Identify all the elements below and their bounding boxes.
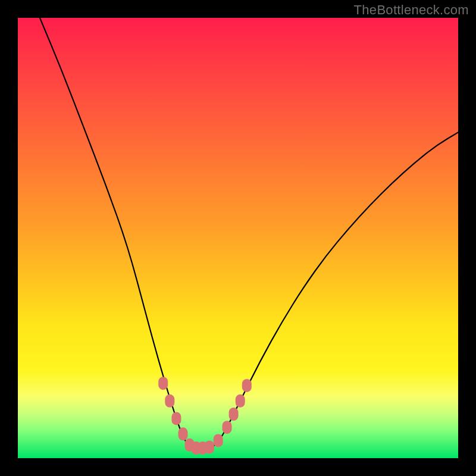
watermark-text: TheBottleneck.com [354,2,469,18]
curve-marker [223,421,232,434]
curve-marker [229,408,239,421]
curve-marker [214,434,223,447]
curve-marker [205,441,214,454]
chart-frame: TheBottleneck.com [0,0,476,476]
curve-marker [158,377,168,390]
plot-area [18,18,458,458]
curve-marker [165,394,174,408]
curve-marker [242,379,252,392]
curve-marker [171,412,181,425]
curve-svg [18,18,458,458]
curve-marker [236,394,245,408]
curve-marker [178,427,188,440]
marker-group [158,377,252,455]
